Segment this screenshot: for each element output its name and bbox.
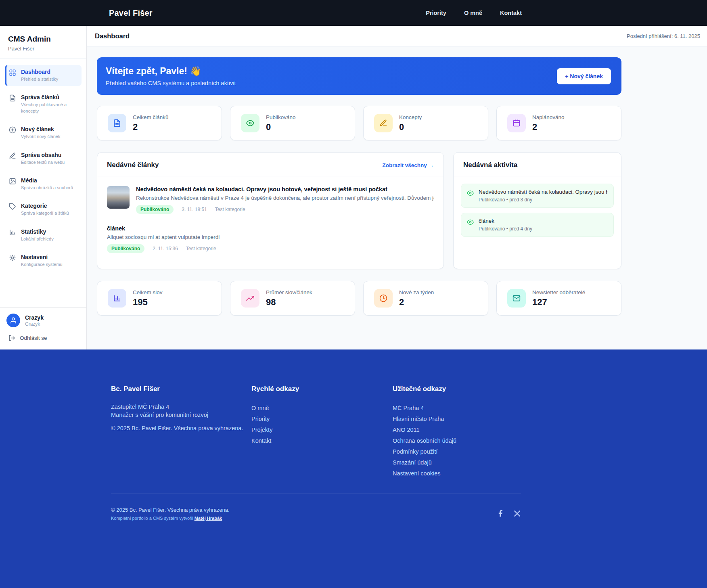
sidebar-item-kategorie[interactable]: Kategorie Správa kategorií a štítků: [5, 199, 82, 220]
stat-value: 0: [266, 122, 296, 132]
topnav-link-o-mne[interactable]: O mně: [464, 10, 482, 16]
sidebar-item-sprava-obsahu[interactable]: Správa obsahu Editace textů na webu: [5, 148, 82, 169]
footer-link-mc-praha-4[interactable]: MČ Praha 4: [393, 403, 521, 414]
sidebar-app-title: CMS Admin: [8, 35, 78, 44]
footer-link-o-mne[interactable]: O mně: [251, 403, 393, 414]
last-login-text: Poslední přihlášení: 6. 11. 2025: [627, 33, 700, 39]
footer-link-cookies[interactable]: Nastavení cookies: [393, 468, 521, 479]
sidebar-item-desc: Vytvořit nový článek: [21, 134, 60, 140]
article-thumbnail: [107, 186, 130, 209]
user-icon: [10, 317, 17, 324]
dashboard-grid-icon: [9, 69, 16, 76]
stat-label: Celkem slov: [133, 289, 163, 295]
article-title: Nedvědovo náměstí čeká na kolaudaci. Opr…: [136, 186, 434, 193]
recent-articles-card: Nedávné články Zobrazit všechny → Nedvěd…: [97, 152, 444, 269]
footer-link-kontakt[interactable]: Kontakt: [251, 435, 393, 446]
status-badge: Publikováno: [107, 244, 144, 253]
recent-activity-header: Nedávná aktivita: [454, 153, 621, 176]
sidebar-item-desc: Přehled a statistiky: [21, 76, 58, 82]
footer-quick-links-title: Rychlé odkazy: [251, 385, 393, 393]
sidebar-item-desc: Lokální přehledy: [21, 236, 54, 242]
x-twitter-icon[interactable]: [513, 510, 521, 517]
bar-chart-icon: [9, 229, 16, 236]
article-meta: Publikováno 3. 11. 18:51 Test kategorie: [136, 205, 434, 214]
gear-icon: [9, 254, 16, 262]
eye-icon: [467, 219, 474, 226]
top-navbar: Pavel Fišer Priority O mně Kontakt: [0, 0, 707, 26]
sidebar-item-nastaveni[interactable]: Nastavení Konfigurace systému: [5, 250, 82, 271]
stat-card-nove-za-tyden: Nové za týden 2: [363, 281, 488, 316]
footer-link-hlavni-mesto-praha[interactable]: Hlavní město Praha: [393, 414, 521, 425]
sidebar-item-label: Nový článek: [21, 126, 60, 132]
recent-activity-card: Nedávná aktivita Nedvědovo náměstí čeká …: [453, 152, 621, 269]
page-title: Dashboard: [95, 32, 130, 40]
logout-label: Odhlásit se: [20, 335, 47, 341]
footer-link-smazani-udaju[interactable]: Smazání údajů: [393, 457, 521, 468]
mail-icon: [507, 289, 526, 308]
footer-about-column: Bc. Pavel Fišer Zastupitel MČ Praha 4 Ma…: [111, 385, 251, 479]
calendar-icon: [507, 114, 526, 132]
stat-value: 2: [133, 122, 169, 132]
new-article-button[interactable]: + Nový článek: [557, 68, 611, 84]
stat-label: Celkem článků: [133, 114, 169, 120]
footer-about-copyright: © 2025 Bc. Pavel Fišer. Všechna práva vy…: [111, 425, 251, 431]
sidebar-item-desc: Konfigurace systému: [21, 262, 63, 268]
sidebar-nav: Dashboard Přehled a statistiky Správa čl…: [0, 59, 86, 307]
view-all-link[interactable]: Zobrazit všechny →: [382, 162, 434, 168]
article-row[interactable]: Nedvědovo náměstí čeká na kolaudaci. Opr…: [97, 176, 443, 214]
footer-about-line2: Manažer s vášní pro komunitní rozvoj: [111, 411, 251, 419]
stat-label: Naplánováno: [532, 114, 565, 120]
sidebar-item-label: Statistiky: [21, 228, 54, 235]
stats-row-top: Celkem článků 2 Publikováno 0: [97, 106, 621, 140]
footer-credit-link[interactable]: Matěj Hrabák: [195, 516, 222, 521]
facebook-icon[interactable]: [496, 509, 504, 517]
stat-card-koncepty: Koncepty 0: [363, 106, 488, 140]
topnav-link-priority[interactable]: Priority: [426, 10, 446, 16]
user-subtitle: Crazyk: [25, 321, 44, 327]
article-row[interactable]: článek Aliquet sociosqu mi at aptent vul…: [97, 214, 443, 253]
stat-label: Publikováno: [266, 114, 296, 120]
logout-icon: [8, 335, 15, 341]
article-date: 3. 11. 18:51: [182, 207, 207, 212]
footer-link-priority[interactable]: Priority: [251, 414, 393, 425]
pencil-icon: [9, 152, 16, 159]
user-name: Crazyk: [25, 314, 44, 321]
eye-icon: [467, 190, 474, 197]
top-nav-links: Priority O mně Kontakt: [426, 10, 522, 16]
logout-button[interactable]: Odhlásit se: [6, 335, 80, 341]
footer-link-podminky[interactable]: Podmínky použití: [393, 446, 521, 457]
clock-icon: [374, 289, 393, 308]
sidebar-item-sprava-clanku[interactable]: Správa článků Všechny publikované a konc…: [5, 90, 82, 118]
user-chip: Crazyk Crazyk: [6, 314, 80, 327]
document-icon: [108, 114, 126, 132]
sidebar-item-media[interactable]: Média Správa obrázků a souborů: [5, 174, 82, 195]
brand-title: Pavel Fišer: [109, 8, 153, 18]
stat-label: Koncepty: [399, 114, 422, 120]
activity-item: Nedvědovo náměstí čeká na kolaudaci. Opr…: [461, 184, 614, 208]
activity-list: Nedvědovo náměstí čeká na kolaudaci. Opr…: [454, 176, 621, 244]
eye-icon: [241, 114, 259, 132]
avatar: [6, 314, 20, 327]
article-category: Test kategorie: [215, 207, 245, 212]
site-footer: Bc. Pavel Fišer Zastupitel MČ Praha 4 Ma…: [0, 349, 707, 588]
footer-link-projekty[interactable]: Projekty: [251, 425, 393, 435]
sidebar-item-dashboard[interactable]: Dashboard Přehled a statistiky: [5, 65, 82, 86]
article-meta: Publikováno 2. 11. 15:36 Test kategorie: [107, 244, 434, 253]
article-title: článek: [107, 225, 434, 232]
stat-card-celkem-slov: Celkem slov 195: [97, 281, 222, 316]
recent-articles-title: Nedávné články: [107, 161, 159, 169]
footer-copyright: © 2025 Bc. Pavel Fišer. Všechna práva vy…: [111, 507, 230, 513]
sidebar-item-statistiky[interactable]: Statistiky Lokální přehledy: [5, 225, 82, 246]
footer-link-ochrana-udaju[interactable]: Ochrana osobních údajů: [393, 435, 521, 446]
sidebar-item-label: Kategorie: [21, 203, 69, 209]
stat-label: Průměr slov/článek: [266, 289, 312, 295]
wave-emoji: 👋: [190, 66, 201, 76]
footer-bottom-bar: © 2025 Bc. Pavel Fišer. Všechna práva vy…: [111, 494, 521, 521]
welcome-banner: Vítejte zpět, Pavle! 👋 Přehled vašeho CM…: [97, 57, 621, 95]
footer-link-ano-2011[interactable]: ANO 2011: [393, 425, 521, 435]
topnav-link-kontakt[interactable]: Kontakt: [500, 10, 522, 16]
pencil-icon: [374, 114, 393, 132]
activity-item: článek Publikováno • před 4 dny: [461, 213, 614, 237]
footer-useful-links-title: Užitečné odkazy: [393, 385, 521, 393]
sidebar-item-novy-clanek[interactable]: Nový článek Vytvořit nový článek: [5, 122, 82, 143]
